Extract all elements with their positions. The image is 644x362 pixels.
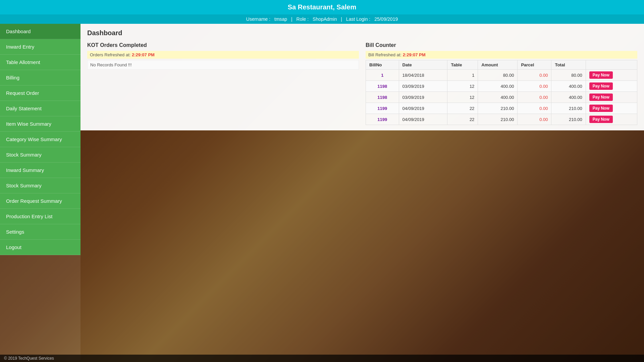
sidebar: DashboardInward EntryTable AllotmentBill… bbox=[0, 24, 80, 360]
bill-title: Bill Counter bbox=[366, 42, 637, 48]
bill-date-cell: 03/09/2019 bbox=[399, 92, 447, 103]
bill-parcel-cell: 0.00 bbox=[518, 92, 551, 103]
bill-col-amount: Amount bbox=[478, 60, 518, 70]
header-title-bar: Sa Restaurant, Salem bbox=[0, 0, 644, 14]
bill-action-cell: Pay Now bbox=[586, 114, 637, 125]
separator2: | bbox=[341, 16, 342, 22]
bill-total-cell: 400.00 bbox=[551, 92, 586, 103]
bill-parcel-cell: 0.00 bbox=[518, 70, 551, 81]
sidebar-item-daily-statement[interactable]: Daily Statement bbox=[0, 101, 80, 116]
bill-date-cell: 18/04/2018 bbox=[399, 70, 447, 81]
table-row: 119904/09/201922210.000.00210.00Pay Now bbox=[366, 114, 637, 125]
bill-table-cell: 22 bbox=[447, 103, 478, 114]
bill-col-billno: BillNo bbox=[366, 60, 399, 70]
footer: © 2019 TechQuest Services bbox=[0, 355, 644, 362]
bill-no-cell[interactable]: 1199 bbox=[366, 103, 399, 114]
pay-now-button[interactable]: Pay Now bbox=[589, 105, 613, 112]
sidebar-item-category-wise-summary[interactable]: Category Wise Summary bbox=[0, 132, 80, 147]
sidebar-item-billing[interactable]: Billing bbox=[0, 70, 80, 85]
pay-now-button[interactable]: Pay Now bbox=[589, 82, 613, 90]
bill-col- bbox=[586, 60, 637, 70]
sidebar-item-production-entry-list[interactable]: Production Entry List bbox=[0, 209, 80, 224]
sidebar-item-inward-entry[interactable]: Inward Entry bbox=[0, 39, 80, 55]
kot-section: KOT Orders Completed Orders Refreshed at… bbox=[87, 42, 359, 125]
role-label: Role : bbox=[297, 16, 309, 22]
bill-action-cell: Pay Now bbox=[586, 103, 637, 114]
bill-amount-cell: 400.00 bbox=[478, 81, 518, 92]
content-area: Dashboard KOT Orders Completed Orders Re… bbox=[80, 24, 644, 360]
username-label: Username : bbox=[246, 16, 270, 22]
bill-col-table: Table bbox=[447, 60, 478, 70]
sidebar-item-inward-summary[interactable]: Inward Summary bbox=[0, 163, 80, 178]
bill-total-cell: 400.00 bbox=[551, 81, 586, 92]
kot-refreshed-label: Orders Refreshed at: bbox=[90, 52, 130, 57]
header-info-bar: Username : tmsap | Role : ShopAdmin | La… bbox=[0, 14, 644, 24]
bill-parcel-cell: 0.00 bbox=[518, 114, 551, 125]
bill-parcel-cell: 0.00 bbox=[518, 103, 551, 114]
table-row: 119803/09/201912400.000.00400.00Pay Now bbox=[366, 92, 637, 103]
bill-total-cell: 210.00 bbox=[551, 114, 586, 125]
bill-action-cell: Pay Now bbox=[586, 92, 637, 103]
sidebar-item-logout[interactable]: Logout bbox=[0, 240, 80, 255]
app-title: Sa Restaurant, Salem bbox=[288, 3, 357, 11]
pay-now-button[interactable]: Pay Now bbox=[589, 71, 613, 79]
footer-text: © 2019 TechQuest Services bbox=[4, 356, 54, 361]
bill-col-date: Date bbox=[399, 60, 447, 70]
sidebar-item-settings[interactable]: Settings bbox=[0, 224, 80, 240]
bill-no-cell[interactable]: 1199 bbox=[366, 114, 399, 125]
dashboard-panel: Dashboard KOT Orders Completed Orders Re… bbox=[80, 24, 644, 130]
bill-refreshed-time: 2:29:07 PM bbox=[403, 52, 426, 57]
bill-amount-cell: 210.00 bbox=[478, 103, 518, 114]
role-value: ShopAdmin bbox=[313, 16, 337, 22]
bill-date-cell: 04/09/2019 bbox=[399, 103, 447, 114]
sidebar-item-stock-summary[interactable]: Stock Summary bbox=[0, 178, 80, 193]
username-value: tmsap bbox=[274, 16, 287, 22]
last-login-label: Last Login : bbox=[346, 16, 370, 22]
bill-col-parcel: Parcel bbox=[518, 60, 551, 70]
sidebar-item-dashboard[interactable]: Dashboard bbox=[0, 24, 80, 39]
bill-parcel-cell: 0.00 bbox=[518, 81, 551, 92]
bill-date-cell: 04/09/2019 bbox=[399, 114, 447, 125]
bill-table-cell: 12 bbox=[447, 81, 478, 92]
bill-refreshed-bar: Bill Refreshed at: 2:29:07 PM bbox=[366, 51, 637, 59]
bill-total-cell: 210.00 bbox=[551, 103, 586, 114]
bill-total-cell: 80.00 bbox=[551, 70, 586, 81]
bill-table-cell: 12 bbox=[447, 92, 478, 103]
bill-amount-cell: 80.00 bbox=[478, 70, 518, 81]
separator1: | bbox=[291, 16, 292, 22]
dashboard-grid: KOT Orders Completed Orders Refreshed at… bbox=[87, 42, 637, 125]
bill-table: BillNoDateTableAmountParcelTotal 118/04/… bbox=[366, 60, 637, 125]
table-row: 119904/09/201922210.000.00210.00Pay Now bbox=[366, 103, 637, 114]
bill-no-cell[interactable]: 1 bbox=[366, 70, 399, 81]
kot-title: KOT Orders Completed bbox=[87, 42, 359, 48]
main-layout: DashboardInward EntryTable AllotmentBill… bbox=[0, 24, 644, 360]
kot-refreshed-time: 2:29:07 PM bbox=[132, 52, 155, 57]
bill-table-cell: 22 bbox=[447, 114, 478, 125]
bill-col-total: Total bbox=[551, 60, 586, 70]
sidebar-item-item-wise-summary[interactable]: Item Wise Summary bbox=[0, 116, 80, 132]
sidebar-item-stock-summary[interactable]: Stock Summary bbox=[0, 147, 80, 163]
table-row: 118/04/2018180.000.0080.00Pay Now bbox=[366, 70, 637, 81]
bill-amount-cell: 400.00 bbox=[478, 92, 518, 103]
sidebar-item-order-request-summary[interactable]: Order Request Summary bbox=[0, 193, 80, 209]
sidebar-item-table-allotment[interactable]: Table Allotment bbox=[0, 55, 80, 70]
table-row: 119803/09/201912400.000.00400.00Pay Now bbox=[366, 81, 637, 92]
bill-no-cell[interactable]: 1198 bbox=[366, 81, 399, 92]
pay-now-button[interactable]: Pay Now bbox=[589, 94, 613, 101]
bill-action-cell: Pay Now bbox=[586, 81, 637, 92]
bill-amount-cell: 210.00 bbox=[478, 114, 518, 125]
kot-no-records: No Records Found !!! bbox=[87, 60, 359, 70]
bill-no-cell[interactable]: 1198 bbox=[366, 92, 399, 103]
bill-refreshed-label: Bill Refreshed at: bbox=[368, 52, 401, 57]
dashboard-title: Dashboard bbox=[87, 29, 637, 37]
sidebar-item-request-order[interactable]: Request Order bbox=[0, 85, 80, 101]
pay-now-button[interactable]: Pay Now bbox=[589, 116, 613, 123]
last-login-value: 25/09/2019 bbox=[374, 16, 398, 22]
bill-action-cell: Pay Now bbox=[586, 70, 637, 81]
bill-table-cell: 1 bbox=[447, 70, 478, 81]
bill-section: Bill Counter Bill Refreshed at: 2:29:07 … bbox=[366, 42, 637, 125]
kot-refreshed-bar: Orders Refreshed at: 2:29:07 PM bbox=[87, 51, 359, 59]
bill-date-cell: 03/09/2019 bbox=[399, 81, 447, 92]
